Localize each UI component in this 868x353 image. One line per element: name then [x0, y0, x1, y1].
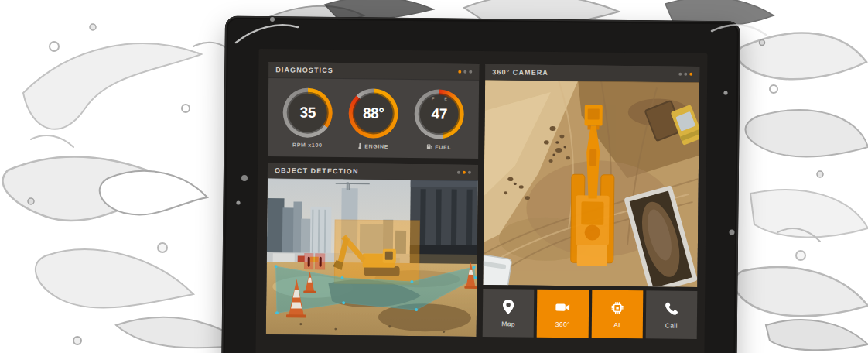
- rpm-value: 35: [282, 87, 333, 138]
- object-detection-feed[interactable]: [266, 178, 478, 337]
- engine-gauge-ring: 88°: [348, 88, 398, 139]
- camera-360-panel: 360° CAMERA: [483, 64, 699, 287]
- diagnostics-title: DIAGNOSTICS: [275, 66, 333, 74]
- ai-button-label: AI: [613, 321, 620, 329]
- fuel-gauge-ring: F E 47: [414, 89, 464, 139]
- fuel-gauge: F E 47 FUEL: [413, 89, 465, 151]
- diagnostics-header: DIAGNOSTICS: [268, 62, 479, 80]
- fuel-value: 47: [414, 89, 464, 139]
- action-button-row: Map 360°: [483, 289, 698, 339]
- tablet-screen: DIAGNOSTICS 35 RPM x100 88°: [255, 49, 708, 353]
- object-detection-title: OBJECT DETECTION: [275, 166, 359, 175]
- map-button-label: Map: [501, 320, 515, 327]
- engine-label: ENGINE: [357, 142, 388, 149]
- construction-site-photo: [266, 178, 478, 337]
- fuel-pump-icon: [426, 143, 432, 149]
- excavator-bounding-box: [334, 220, 419, 284]
- rugged-tablet-device: DIAGNOSTICS 35 RPM x100 88°: [221, 16, 740, 353]
- call-button[interactable]: Call: [645, 290, 697, 339]
- camera-360-feed[interactable]: [483, 80, 699, 287]
- video-camera-icon: [553, 299, 572, 316]
- fuel-label: FUEL: [426, 143, 451, 149]
- object-detection-menu-dots-icon[interactable]: [457, 171, 471, 174]
- engine-temp-gauge: 88° ENGINE: [347, 88, 399, 150]
- diagnostics-panel: DIAGNOSTICS 35 RPM x100 88°: [268, 62, 479, 159]
- object-detection-panel: OBJECT DETECTION: [266, 163, 478, 337]
- camera-360-title: 360° CAMERA: [492, 68, 548, 77]
- camera-360-button[interactable]: 360°: [537, 290, 589, 338]
- phone-icon: [663, 300, 680, 317]
- map-button[interactable]: Map: [483, 289, 535, 338]
- camera-360-button-label: 360°: [555, 320, 570, 328]
- engine-temp-value: 88°: [348, 88, 398, 139]
- map-pin-icon: [500, 298, 517, 315]
- rpm-gauge: 35 RPM x100: [282, 87, 333, 149]
- thermometer-icon: [357, 142, 362, 149]
- rpm-label: RPM x100: [292, 142, 323, 147]
- camera-360-header: 360° CAMERA: [485, 64, 699, 82]
- object-detection-header: OBJECT DETECTION: [268, 163, 478, 180]
- aerial-site-photo: [483, 80, 699, 287]
- camera-360-menu-dots-icon[interactable]: [678, 73, 692, 76]
- call-button-label: Call: [665, 321, 678, 329]
- rpm-gauge-ring: 35: [282, 87, 333, 138]
- diagnostics-menu-dots-icon[interactable]: [458, 70, 472, 74]
- white-vehicle-photo: [483, 253, 511, 286]
- ai-button[interactable]: AI: [591, 290, 643, 338]
- gauge-row: 35 RPM x100 88° ENGINE: [268, 77, 479, 151]
- chip-icon: [609, 300, 626, 317]
